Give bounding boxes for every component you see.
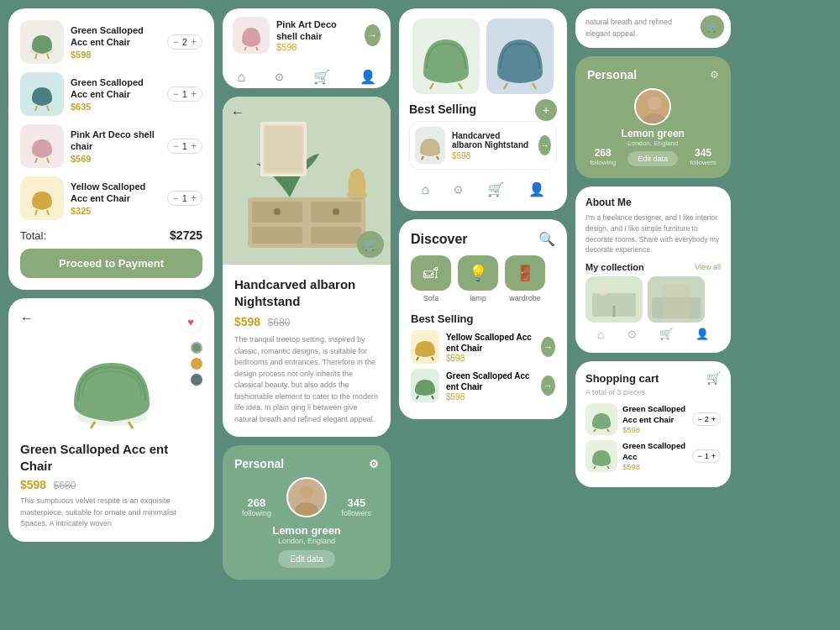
cart-item-img-4	[20, 176, 64, 220]
discover-item-1-info: Yellow Scalloped Acc ent Chair $598	[446, 332, 534, 363]
selling-item-img	[415, 127, 445, 164]
snippet-cart-icon[interactable]: 🛒	[701, 15, 724, 39]
sc-qty-2[interactable]: − 1 +	[692, 449, 721, 463]
hero-nav-clock[interactable]: ⊙	[454, 183, 463, 196]
about-nav-cart[interactable]: 🛒	[659, 328, 673, 341]
cart-item-info-4: Yellow Scalloped Acc ent Chair $325	[71, 181, 160, 217]
sc-minus-2[interactable]: −	[697, 452, 701, 460]
sc-qty-1[interactable]: − 2 +	[692, 412, 721, 426]
discover-item-1-arrow[interactable]: →	[541, 337, 555, 357]
qty-ctrl-1[interactable]: − 2 +	[167, 34, 202, 50]
color-dot-yellow[interactable]	[191, 358, 202, 370]
sc-plus-1[interactable]: +	[711, 415, 716, 423]
qty-ctrl-4[interactable]: − 1 +	[167, 191, 202, 206]
about-nav-person[interactable]: 👤	[696, 328, 709, 341]
svg-rect-24	[265, 126, 302, 172]
cart-item-price-2: $635	[71, 102, 160, 112]
collection-img-2	[648, 276, 705, 323]
qty-ctrl-2[interactable]: − 1 +	[167, 87, 202, 102]
hero-plus-button[interactable]: +	[535, 99, 557, 121]
mini-product-img	[233, 17, 270, 54]
collection-images	[585, 276, 721, 323]
detail-cart-fab[interactable]: 🛒	[357, 231, 384, 258]
about-nav-clock[interactable]: ⊙	[627, 328, 637, 341]
svg-point-26	[295, 502, 318, 516]
personal-settings-icon[interactable]: ⚙	[369, 458, 379, 470]
profile-edit-button[interactable]: Edit data	[627, 151, 678, 166]
svg-rect-45	[663, 285, 690, 318]
profile-followers-label: followers	[690, 159, 717, 166]
hero-nav-cart[interactable]: 🛒	[487, 181, 504, 197]
qty-minus-1[interactable]: −	[173, 37, 179, 47]
svg-line-46	[594, 429, 596, 432]
nav-person-icon[interactable]: 👤	[360, 69, 376, 85]
view-all-link[interactable]: View all	[695, 263, 721, 271]
profile-name: Lemon green	[622, 128, 685, 139]
qty-plus-3[interactable]: +	[191, 141, 197, 151]
qty-minus-4[interactable]: −	[173, 193, 179, 203]
cart-item-img-3	[20, 124, 64, 168]
about-nav-home[interactable]: ⌂	[597, 328, 604, 341]
qty-minus-2[interactable]: −	[173, 89, 179, 99]
discover-item-1: Yellow Scalloped Acc ent Chair $598 →	[411, 330, 555, 364]
hero-nav-home[interactable]: ⌂	[421, 182, 429, 197]
following-stat: 268 following	[242, 496, 271, 517]
cat-wardrobe[interactable]: 🚪 wardrobe	[505, 255, 545, 302]
hero-images	[409, 18, 557, 94]
back-button[interactable]: ←	[20, 311, 34, 326]
cat-lamp-label: lamp	[470, 294, 486, 302]
shopping-cart-card: Shopping cart 🛒 A total of 3 pieces Gree…	[575, 361, 731, 487]
qty-plus-1[interactable]: +	[191, 37, 197, 47]
profile-following-stat: 268 following	[590, 147, 616, 166]
nav-home-icon[interactable]: ⌂	[237, 70, 245, 85]
svg-line-2	[47, 54, 49, 59]
pay-button[interactable]: Proceed to Payment	[20, 249, 202, 278]
color-dot-teal[interactable]	[191, 374, 202, 386]
qty-plus-4[interactable]: +	[191, 193, 197, 203]
product-price-row: $598 $680	[20, 477, 202, 492]
sc-plus-2[interactable]: +	[711, 452, 716, 460]
svg-point-41	[596, 282, 609, 296]
discover-item-2-arrow[interactable]: →	[541, 375, 555, 396]
discover-search-icon[interactable]: 🔍	[538, 231, 555, 247]
sc-minus-1[interactable]: −	[697, 415, 701, 423]
cat-sofa[interactable]: 🛋 Sofa	[411, 255, 451, 302]
qty-minus-3[interactable]: −	[173, 141, 179, 151]
col-discover: + Best Selling Handcarved albaron Nights…	[399, 8, 567, 622]
nav-cart-icon[interactable]: 🛒	[313, 69, 330, 85]
cart-item-price-4: $325	[71, 206, 160, 216]
profile-location: London, England	[627, 139, 679, 147]
nav-clock-icon[interactable]: ⊙	[275, 71, 284, 83]
following-label: following	[242, 509, 271, 517]
qty-num-4: 1	[182, 193, 187, 203]
hero-img-teal	[486, 18, 554, 94]
selling-item-arrow[interactable]: →	[538, 135, 551, 155]
svg-line-27	[430, 83, 433, 89]
selling-item: Handcarved albaron Nightstand $598 →	[409, 121, 557, 170]
qty-num-2: 1	[182, 89, 187, 99]
svg-point-18	[333, 208, 339, 215]
svg-line-34	[432, 357, 433, 360]
sc-title: Shopping cart	[585, 372, 659, 385]
cat-lamp[interactable]: 💡 lamp	[458, 255, 498, 302]
qty-plus-2[interactable]: +	[191, 89, 197, 99]
profile-stats-row: 268 following Lemon green London, Englan…	[587, 88, 719, 166]
cat-wardrobe-box: 🚪	[505, 255, 545, 291]
user-location: London, England	[234, 537, 379, 545]
following-num: 268	[242, 496, 271, 509]
detail-content: Handcarved albaron Nightstand $598 $680 …	[223, 265, 391, 437]
edit-data-button[interactable]: Edit data	[278, 550, 334, 568]
discover-card: Discover 🔍 🛋 Sofa 💡 lamp 🚪 wardrobe Best…	[399, 219, 567, 419]
qty-ctrl-3[interactable]: − 1 +	[167, 139, 202, 154]
sc-cart-icon: 🛒	[706, 371, 721, 385]
hero-nav-person[interactable]: 👤	[528, 181, 545, 197]
color-dot-green[interactable]	[191, 342, 202, 354]
hero-card: + Best Selling Handcarved albaron Nights…	[399, 8, 567, 211]
mini-arrow-btn[interactable]: →	[365, 24, 381, 46]
profile-settings-icon[interactable]: ⚙	[710, 69, 719, 81]
color-selector	[191, 342, 202, 386]
about-card: About Me I'm a freelance designer, and I…	[575, 186, 731, 353]
collection-title: My collection	[585, 262, 644, 272]
svg-line-48	[594, 466, 596, 469]
heart-button[interactable]: ♥	[179, 310, 202, 333]
